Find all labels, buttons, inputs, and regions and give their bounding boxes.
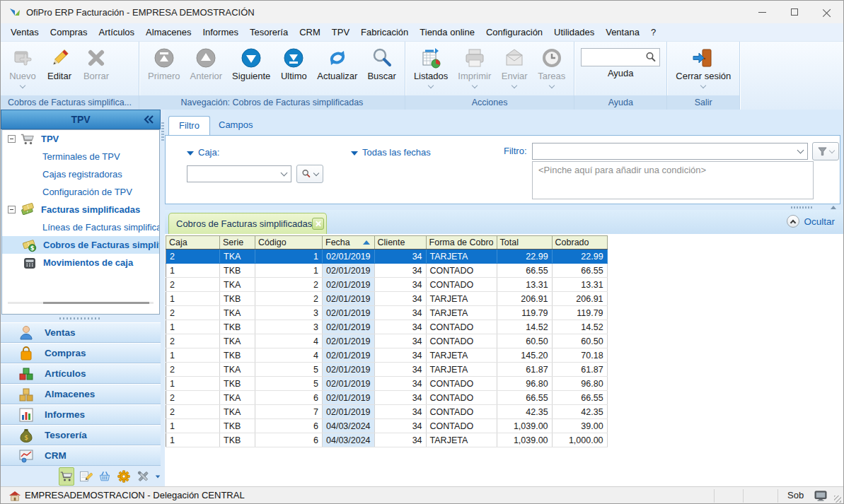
tree-item-terminales-tpv[interactable]: Terminales de TPV (2, 148, 159, 165)
settings-mode-button[interactable] (117, 467, 132, 486)
tab-filtro[interactable]: Filtro (168, 116, 210, 135)
menu-item[interactable]: ? (645, 23, 661, 41)
column-header-codigo[interactable]: Código (255, 236, 323, 250)
imprimir-button[interactable]: Imprimir (453, 45, 496, 88)
sidebar-splitter[interactable] (1, 315, 161, 322)
close-button[interactable] (811, 1, 843, 23)
menu-item[interactable]: Informes (197, 23, 244, 41)
listados-button[interactable]: Listados (409, 45, 453, 88)
minimize-button[interactable] (746, 1, 778, 23)
siguiente-button[interactable]: Siguiente (227, 45, 275, 81)
resize-grip[interactable] (834, 496, 841, 503)
column-header-cliente[interactable]: Cliente (374, 236, 426, 250)
collapse-node-icon[interactable] (8, 135, 16, 143)
table-row[interactable]: 2 TKA 7 02/01/2019 34 CONTADO 42.35 42.3… (166, 405, 608, 419)
table-row[interactable]: 2 TKA 2 02/01/2019 34 CONTADO 13.31 13.3… (166, 278, 608, 292)
menu-item[interactable]: Tesorería (244, 23, 294, 41)
sidebar-section-informes[interactable]: Informes (1, 404, 161, 425)
menu-item[interactable]: Utilidades (548, 23, 600, 41)
table-row[interactable]: 1 TKB 3 02/01/2019 34 CONTADO 14.52 14.5… (166, 320, 608, 334)
column-header-fecha[interactable]: Fecha (323, 236, 375, 250)
filter-condition-box[interactable]: <Pinche aquí para añadir una condición> (532, 161, 814, 199)
menu-item[interactable]: Ventana (600, 23, 645, 41)
tree-item-cajas-registradoras[interactable]: Cajas registradoras (2, 165, 159, 183)
scrollbar-thumb[interactable] (43, 302, 149, 304)
actualizar-button[interactable]: Actualizar (312, 45, 362, 81)
collapse-node-icon[interactable] (8, 206, 16, 213)
app-logo-icon (9, 6, 21, 18)
table-row[interactable]: 1 TKB 6 04/03/2024 34 TARJETA 1,039.00 1… (166, 433, 608, 447)
toolbar-group-records: Nuevo Editar Borrar Cobros de Facturas s… (1, 42, 139, 110)
table-row[interactable]: 1 TKB 5 02/01/2019 34 CONTADO 96.80 96.8… (166, 377, 608, 391)
basket-mode-button[interactable] (98, 467, 112, 486)
envelope-icon (503, 47, 526, 69)
tab-campos[interactable]: Campos (209, 116, 262, 135)
column-header-cobrado[interactable]: Cobrado (552, 236, 607, 250)
tree-item-tpv[interactable]: TPV (2, 130, 159, 148)
cerrar-sesion-button[interactable]: Cerrar sesión (671, 45, 736, 88)
caja-filter-label[interactable]: Caja: (187, 147, 219, 158)
tools-mode-button[interactable] (136, 467, 151, 486)
table-row[interactable]: 2 TKA 3 02/01/2019 34 TARJETA 119.79 119… (166, 306, 608, 320)
tree-horizontal-scrollbar[interactable] (8, 302, 154, 304)
menu-item[interactable]: Ventas (5, 23, 45, 41)
document-tab-cobros[interactable]: Cobros de Facturas simplificadas (168, 213, 327, 234)
caja-search-button[interactable] (296, 165, 323, 183)
table-row[interactable]: 1 TKB 6 04/03/2024 34 CONTADO 1,039.00 3… (166, 419, 608, 433)
dates-filter-label[interactable]: Todas las fechas (351, 147, 431, 158)
tree-item-facturas-simplificadas[interactable]: Facturas simplificadas (2, 201, 159, 218)
menu-item[interactable]: CRM (294, 23, 326, 41)
caja-combobox[interactable] (187, 165, 291, 182)
nuevo-button[interactable]: Nuevo (4, 45, 41, 88)
table-row[interactable]: 1 TKB 4 02/01/2019 34 TARJETA 145.20 70.… (166, 348, 608, 363)
filter-panel-splitter[interactable] (165, 204, 844, 210)
splitter-grip (59, 317, 102, 320)
table-row[interactable]: 2 TKA 6 02/01/2019 34 CONTADO 66.55 66.5… (166, 391, 608, 405)
column-header-serie[interactable]: Serie (220, 236, 255, 250)
tree-item-cobros-facturas[interactable]: $ Cobros de Facturas simplificadas (2, 236, 159, 254)
tree-item-lineas-facturas[interactable]: Líneas de Facturas simplificadas (2, 218, 159, 236)
help-label[interactable]: Ayuda (608, 68, 634, 78)
anterior-button[interactable]: Anterior (185, 45, 228, 81)
table-row[interactable]: 2 TKA 5 02/01/2019 34 TARJETA 61.87 61.8… (166, 363, 608, 377)
column-header-forma[interactable]: Forma de Cobro (426, 236, 497, 250)
sidebar-section-crm[interactable]: CRM (1, 445, 161, 466)
sidebar-section-compras[interactable]: Compras (1, 343, 161, 363)
strip-overflow-arrow-icon[interactable] (155, 474, 161, 479)
menu-item[interactable]: Configuración (480, 23, 548, 41)
menu-item[interactable]: Artículos (93, 23, 141, 41)
buscar-button[interactable]: Buscar (362, 45, 400, 81)
borrar-button[interactable]: Borrar (78, 45, 115, 81)
close-tab-icon[interactable] (312, 218, 324, 230)
tpv-mode-button[interactable] (59, 467, 74, 486)
notes-mode-button[interactable] (79, 467, 93, 486)
table-row[interactable]: 2 TKA 4 02/01/2019 34 CONTADO 60.50 60.5… (166, 334, 608, 348)
filter-funnel-button[interactable] (812, 142, 839, 160)
help-search-input[interactable] (581, 48, 660, 66)
tree-item-configuracion-tpv[interactable]: Configuración de TPV (2, 183, 159, 201)
sidebar-section-tesoreria[interactable]: $ Tesorería (1, 425, 161, 445)
maximize-button[interactable] (778, 1, 811, 23)
primero-button[interactable]: Primero (143, 45, 185, 81)
enviar-button[interactable]: Enviar (496, 45, 533, 88)
collapse-panel-icon[interactable] (143, 115, 154, 124)
menu-item[interactable]: TPV (326, 23, 355, 41)
tree-item-movimientos-caja[interactable]: Movimientos de caja (2, 254, 159, 271)
table-row[interactable]: 2 TKA 1 02/01/2019 34 TARJETA 22.99 22.9… (166, 250, 608, 264)
sidebar-section-ventas[interactable]: Ventas (1, 322, 161, 343)
menu-item[interactable]: Compras (45, 23, 93, 41)
editar-button[interactable]: Editar (41, 45, 78, 81)
sidebar-section-almacenes[interactable]: Almacenes (1, 384, 161, 404)
table-row[interactable]: 1 TKB 2 02/01/2019 34 TARJETA 206.91 206… (166, 292, 608, 306)
column-header-total[interactable]: Total (497, 236, 552, 250)
menu-item[interactable]: Tienda online (414, 23, 480, 41)
menu-item[interactable]: Almacenes (140, 23, 197, 41)
ultimo-button[interactable]: Ultimo (275, 45, 312, 81)
ocultar-button[interactable]: Ocultar (787, 215, 835, 228)
table-row[interactable]: 1 TKB 1 02/01/2019 34 CONTADO 66.55 66.5… (166, 264, 608, 278)
tareas-button[interactable]: Tareas (533, 45, 570, 88)
column-header-caja[interactable]: Caja (166, 236, 220, 250)
filtro-combobox[interactable] (532, 143, 808, 160)
sidebar-section-articulos[interactable]: Artículos (1, 363, 161, 384)
menu-item[interactable]: Fabricación (355, 23, 414, 41)
